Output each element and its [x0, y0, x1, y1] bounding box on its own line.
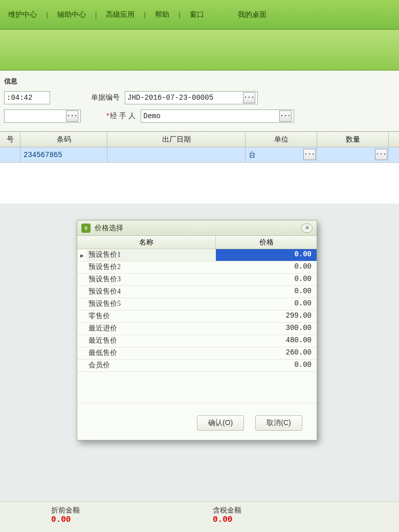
col-qty[interactable]: 数量: [317, 132, 389, 147]
price-name: 最近售价: [86, 335, 216, 347]
menu-sep: |: [46, 11, 48, 19]
price-name: 预设售价3: [86, 274, 216, 285]
price-value: 0.00: [216, 274, 317, 285]
form-area: 信息 :04:42 单据编号 JHD-2016-07-23-00005 ··· …: [0, 71, 399, 131]
handler-label: *经 手 人: [106, 112, 136, 121]
price-name: 会员价: [86, 360, 216, 371]
price-value: 0.00: [216, 261, 317, 273]
row-marker-icon: [77, 274, 86, 285]
menu-help[interactable]: 帮助: [151, 8, 173, 21]
section-title: 信息: [4, 77, 395, 86]
price-grid-header: 名称 价格: [77, 236, 317, 249]
col-barcode[interactable]: 条码: [20, 132, 107, 147]
handler-field[interactable]: Demo ···: [141, 109, 294, 123]
pre-discount-label: 折前金额: [51, 506, 80, 515]
totals-footer: 折前金额 0.00 含税金额 0.00: [0, 501, 399, 532]
doc-no-lookup-button[interactable]: ···: [243, 92, 255, 103]
price-row[interactable]: 最低售价260.00: [77, 347, 317, 360]
price-name: 预设售价1: [86, 249, 216, 261]
menu-sep: |: [95, 11, 97, 19]
items-grid: 号 条码 出厂日期 单位 数量 234567865 台 ··· ···: [0, 131, 399, 204]
price-select-dialog: ¥ 价格选择 ✕ 名称 价格 ▸预设售价10.00预设售价20.00预设售价30…: [77, 220, 317, 440]
price-value: 0.00: [216, 298, 317, 310]
menu-assist[interactable]: 辅助中心: [53, 8, 90, 21]
row-marker-icon: [77, 261, 86, 273]
price-name: 最近进价: [86, 323, 216, 335]
price-name: 预设售价5: [86, 298, 216, 310]
grid-header: 号 条码 出厂日期 单位 数量: [0, 132, 399, 147]
price-value: 0.00: [216, 360, 317, 371]
doc-no-value: JHD-2016-07-23-00005: [127, 94, 213, 102]
ribbon-area: [0, 30, 399, 71]
cell-qty[interactable]: ···: [317, 147, 389, 162]
doc-no-field[interactable]: JHD-2016-07-23-00005 ···: [125, 91, 258, 104]
price-value: 0.00: [216, 286, 317, 298]
tax-total-value: 0.00: [213, 515, 241, 524]
left-field-lookup-button[interactable]: ···: [66, 110, 78, 122]
price-row[interactable]: 最近进价300.00: [77, 323, 317, 335]
price-row[interactable]: 最近售价480.00: [77, 335, 317, 347]
menu-sep: |: [144, 11, 146, 19]
price-name: 预设售价2: [86, 261, 216, 273]
price-grid-body: ▸预设售价10.00预设售价20.00预设售价30.00预设售价40.00预设售…: [77, 249, 317, 372]
col-mfg-date[interactable]: 出厂日期: [107, 132, 246, 147]
dialog-titlebar[interactable]: ¥ 价格选择 ✕: [77, 220, 317, 236]
price-row[interactable]: 会员价0.00: [77, 360, 317, 372]
row-marker-icon: [77, 347, 86, 359]
cell-index: [0, 147, 20, 162]
price-value: 0.00: [216, 249, 317, 261]
money-bag-icon: ¥: [81, 224, 91, 233]
price-row[interactable]: ▸预设售价10.00: [77, 249, 317, 261]
dialog-close-button[interactable]: ✕: [301, 224, 313, 233]
row-marker-icon: [77, 323, 86, 335]
price-row[interactable]: 预设售价20.00: [77, 261, 317, 274]
doc-no-label: 单据编号: [91, 93, 120, 102]
menu-advanced[interactable]: 高级应用: [102, 8, 139, 21]
price-row[interactable]: 预设售价50.00: [77, 298, 317, 311]
menu-maintain[interactable]: 维护中心: [4, 8, 41, 21]
price-row[interactable]: 零售价299.00: [77, 311, 317, 323]
row-marker-icon: [77, 298, 86, 310]
price-row[interactable]: 预设售价40.00: [77, 286, 317, 298]
cancel-button[interactable]: 取消(C): [255, 415, 302, 431]
grid-row[interactable]: 234567865 台 ··· ···: [0, 147, 399, 163]
tax-total-label: 含税金额: [213, 506, 241, 515]
menu-sep: |: [179, 11, 181, 19]
dialog-title: 价格选择: [95, 224, 123, 233]
row-marker-icon: [77, 360, 86, 371]
handler-value: Demo: [143, 112, 161, 120]
col-index[interactable]: 号: [0, 132, 20, 147]
price-name: 最低售价: [86, 347, 216, 359]
qty-lookup-button[interactable]: ···: [375, 149, 387, 160]
price-name: 零售价: [86, 311, 216, 322]
row-marker-icon: [77, 335, 86, 347]
price-row[interactable]: 预设售价30.00: [77, 274, 317, 286]
price-value: 480.00: [216, 335, 317, 347]
left-field[interactable]: ···: [4, 109, 81, 123]
price-col-name[interactable]: 名称: [77, 236, 216, 249]
price-value: 260.00: [216, 347, 317, 359]
time-field[interactable]: :04:42: [4, 91, 50, 104]
cell-unit-value: 台: [249, 150, 256, 160]
price-value: 299.00: [216, 311, 317, 322]
cell-unit[interactable]: 台 ···: [246, 147, 317, 162]
cell-mfg-date[interactable]: [107, 147, 246, 162]
col-unit[interactable]: 单位: [246, 132, 317, 147]
unit-lookup-button[interactable]: ···: [303, 149, 316, 160]
menu-desktop[interactable]: 我的桌面: [234, 8, 271, 21]
price-col-price[interactable]: 价格: [216, 236, 317, 249]
pre-discount-value: 0.00: [51, 515, 80, 524]
price-name: 预设售价4: [86, 286, 216, 298]
price-value: 300.00: [216, 323, 317, 335]
row-marker-icon: ▸: [77, 249, 86, 261]
ok-button[interactable]: 确认(O): [197, 415, 244, 431]
handler-lookup-button[interactable]: ···: [279, 110, 292, 122]
row-marker-icon: [77, 286, 86, 298]
cell-barcode[interactable]: 234567865: [20, 147, 107, 162]
grid-empty-area: [0, 163, 399, 204]
row-marker-icon: [77, 311, 86, 322]
dialog-button-row: 确认(O) 取消(C): [77, 403, 317, 440]
main-menubar: 维护中心| 辅助中心| 高级应用| 帮助| 窗口 我的桌面: [0, 0, 399, 30]
menu-window[interactable]: 窗口: [186, 8, 208, 21]
